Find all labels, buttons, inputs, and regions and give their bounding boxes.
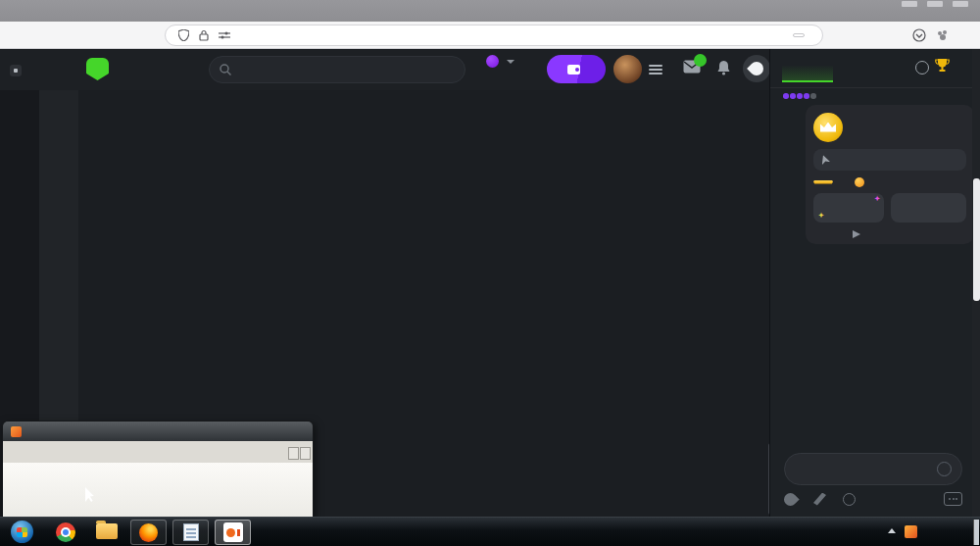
medal-dots [783,93,974,99]
search-icon [220,64,231,75]
wallet-button[interactable] [547,55,606,83]
browser-toolbar [0,22,980,49]
notifications-bell[interactable] [716,60,731,75]
taskbar-ocam-button[interactable] [215,520,251,545]
share-arrow-icon [853,230,860,238]
search-input[interactable] [238,64,455,75]
pocket-icon[interactable] [912,28,926,42]
chat-message-list: ✦✦ [770,89,980,447]
chat-rules-info-icon[interactable] [915,61,929,74]
multiplier-box: ✦✦ [813,193,884,223]
trophy-icon[interactable] [935,58,950,73]
page-scrollbar-thumb[interactable] [973,178,980,301]
chat-panel: ✦✦ [769,49,980,517]
chat-footer-toolbar [784,492,962,506]
firefox-icon [139,523,158,542]
windows-taskbar [0,517,980,546]
gif-keyboard-icon[interactable] [944,492,962,506]
chat-header [770,49,980,88]
ocam-taskbar-icon [223,522,243,542]
chevron-down-icon [507,60,514,64]
ocam-toolbar [3,463,313,518]
mail-notifications[interactable] [683,60,701,74]
profile-menu-icon[interactable] [649,63,662,76]
screen: ✦✦ [0,0,980,546]
crown-medal-icon [813,113,843,142]
chat-language-tab[interactable] [782,55,833,82]
lock-icon[interactable] [199,29,209,41]
ocam-titlebar[interactable] [3,422,313,441]
ocam-tab-bar [3,441,313,463]
share-button[interactable] [853,230,865,238]
shield-icon[interactable] [178,29,189,41]
coin-drop-icon[interactable] [843,493,856,506]
taskbar-explorer-icon[interactable] [96,523,118,539]
extensions-icon[interactable] [936,28,950,42]
wallet-icon [567,65,580,74]
bcgame-logo-icon [86,58,109,80]
ocam-window[interactable] [2,421,314,517]
tray-app-icon[interactable] [905,525,917,538]
tray-expand-icon[interactable] [888,528,896,533]
emoji-smiley-icon[interactable] [937,462,952,476]
game-search-bar[interactable] [209,56,466,83]
chat-rules-pencil-icon[interactable] [813,493,826,506]
sidebar-toggle-icon[interactable] [10,65,22,76]
chat-message-input[interactable] [795,464,930,475]
window-minimize-button[interactable] [902,1,917,7]
profit-value-box [891,193,966,223]
currency-selector[interactable] [486,55,514,69]
show-desktop-button[interactable] [973,520,979,545]
windows-flag-icon [17,527,27,537]
ocam-app-icon [11,426,22,437]
bigwin-ribbon [813,180,833,184]
tab-scroll-right-icon[interactable] [300,447,311,460]
bet-id-row[interactable] [813,149,966,171]
mail-count-badge [694,54,707,67]
window-maximize-button[interactable] [927,1,943,7]
taskbar-notepad-button[interactable] [172,520,209,545]
taskbar-chrome-icon[interactable] [56,522,75,542]
bell-icon [716,60,731,75]
site-header [0,49,769,90]
taskbar-firefox-button[interactable] [130,520,167,545]
user-avatar[interactable] [613,55,642,83]
url-bar[interactable] [165,25,823,46]
permissions-icon[interactable] [219,30,230,40]
profit-coin-icon [855,177,864,187]
start-button[interactable] [11,521,33,543]
window-close-button[interactable] [953,1,968,7]
tab-scroll-left-icon[interactable] [288,447,299,460]
rocket-icon [819,154,831,166]
sports-chat-icon[interactable] [743,55,770,82]
rain-drop-icon[interactable] [781,490,799,508]
zoom-level-indicator[interactable] [793,33,805,37]
win-share-card[interactable]: ✦✦ [806,105,974,244]
chat-input[interactable] [784,453,962,485]
notepad-icon [183,523,199,541]
site-logo[interactable] [86,58,116,80]
bcd-coin-icon [486,55,499,68]
browser-tab-bar [0,0,980,22]
